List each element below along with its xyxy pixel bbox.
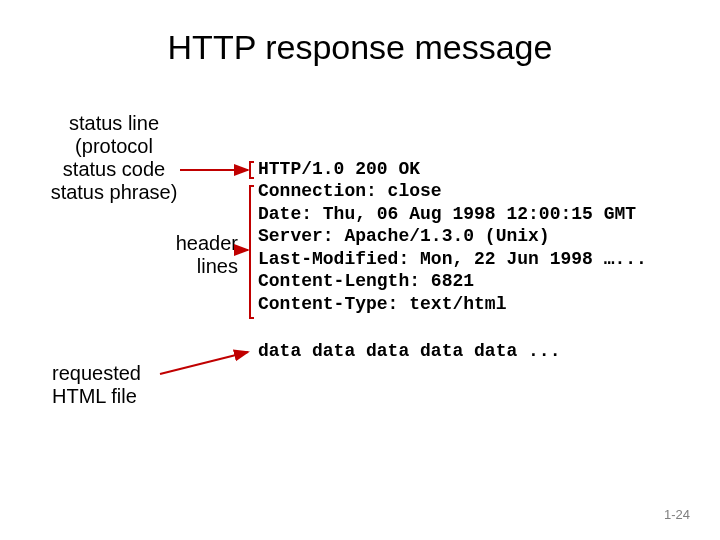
label-header-lines: header lines <box>88 232 238 278</box>
label-status-line: status line (protocol status code status… <box>40 112 188 204</box>
label-requested-file: requested HTML file <box>52 362 192 408</box>
title-strong: HTTP response <box>168 28 405 66</box>
slide-title: HTTP response message <box>0 28 720 67</box>
http-headers: Connection: close Date: Thu, 06 Aug 1998… <box>258 180 647 315</box>
page-number: 1-24 <box>664 507 690 522</box>
http-status-line: HTTP/1.0 200 OK <box>258 158 420 181</box>
title-light: message <box>405 28 552 66</box>
http-body: data data data data data ... <box>258 340 560 363</box>
